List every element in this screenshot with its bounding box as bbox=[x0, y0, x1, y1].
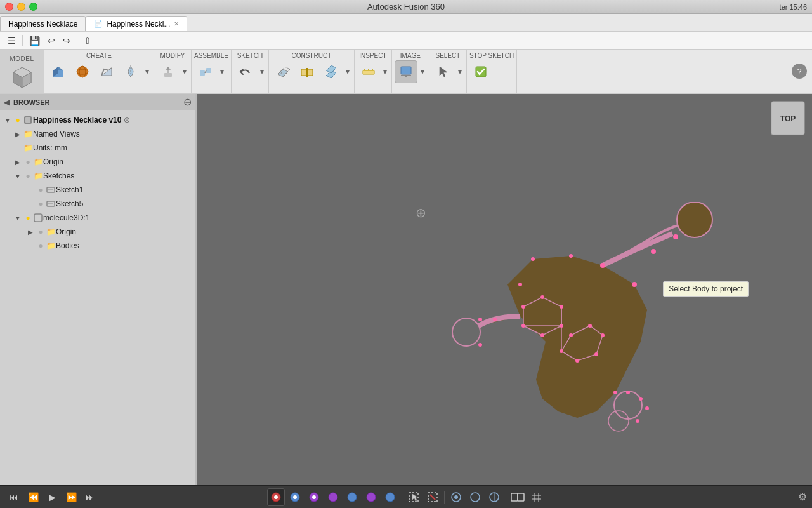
tree-item-bodies[interactable]: ▶ ● 📁 Bodies bbox=[0, 239, 195, 253]
tree-item-named-views[interactable]: ▶ 📁 Named Views bbox=[0, 127, 195, 141]
named-views-label: Named Views bbox=[33, 130, 80, 138]
circle-tool-3[interactable] bbox=[485, 488, 503, 506]
tree-item-origin[interactable]: ▶ ● 📁 Origin bbox=[0, 155, 195, 169]
joint-button[interactable] bbox=[194, 60, 217, 83]
toolbar-create: CREATE bbox=[44, 50, 154, 93]
tab-close-icon[interactable]: ✕ bbox=[174, 20, 179, 27]
canvas-button[interactable] bbox=[395, 60, 417, 83]
viewport[interactable]: ⊕ bbox=[197, 94, 812, 485]
tree-item-units[interactable]: ▶ 📁 Units: mm bbox=[0, 141, 195, 155]
tree-item-root[interactable]: ▼ ● Happiness Necklace v10 ⊙ bbox=[0, 113, 195, 127]
tab-2[interactable]: 📄 Happiness Neckl... ✕ bbox=[86, 16, 187, 31]
tree-item-sketch1[interactable]: ▶ ● Sketch1 bbox=[0, 183, 195, 197]
midplane-button[interactable] bbox=[296, 60, 318, 83]
circle-tool-2[interactable] bbox=[466, 488, 484, 506]
window-controls[interactable] bbox=[5, 3, 37, 11]
measure-button[interactable] bbox=[357, 60, 380, 83]
share-button[interactable]: ⇧ bbox=[81, 34, 94, 47]
named-views-expand[interactable]: ▶ bbox=[13, 129, 23, 139]
tool5-icon bbox=[346, 491, 358, 503]
modify-expand[interactable]: ▾ bbox=[181, 67, 188, 76]
root-expand[interactable]: ▼ bbox=[3, 115, 13, 125]
play-last-button[interactable]: ⏭ bbox=[81, 488, 99, 506]
tool-3[interactable] bbox=[305, 488, 323, 506]
status-bar: ⏮ ⏪ ▶ ⏩ ⏭ bbox=[0, 485, 812, 508]
tool-6[interactable] bbox=[362, 488, 380, 506]
play-button[interactable]: ▶ bbox=[43, 488, 61, 506]
tree-item-sketch5[interactable]: ▶ ● Sketch5 bbox=[0, 197, 195, 211]
browser-menu-icon[interactable]: ⊖ bbox=[183, 96, 192, 108]
animate-button[interactable] bbox=[267, 488, 285, 506]
browser-title: BROWSER bbox=[13, 98, 49, 106]
sphere-button[interactable] bbox=[71, 60, 94, 83]
molecule3d-expand[interactable]: ▼ bbox=[13, 213, 23, 223]
tab-add-button[interactable]: + bbox=[187, 16, 202, 31]
redo-button[interactable]: ↪ bbox=[60, 34, 73, 47]
maximize-button[interactable] bbox=[29, 3, 37, 11]
grid-button[interactable] bbox=[528, 488, 546, 506]
root-component-icon bbox=[23, 115, 33, 125]
tool-7[interactable] bbox=[381, 488, 399, 506]
construct-plane-button[interactable] bbox=[320, 60, 343, 83]
molecule-shape bbox=[431, 202, 736, 481]
undo-button[interactable]: ↩ bbox=[45, 34, 58, 47]
assemble-expand[interactable]: ▾ bbox=[218, 67, 226, 76]
origin-expand[interactable]: ▶ bbox=[13, 157, 23, 167]
select-button[interactable] bbox=[432, 60, 455, 83]
inspect-expand[interactable]: ▾ bbox=[381, 67, 389, 76]
help-button[interactable]: ? bbox=[792, 64, 807, 79]
construct-expand[interactable]: ▾ bbox=[344, 67, 351, 76]
minimize-button[interactable] bbox=[17, 3, 25, 11]
molecule3d-light-icon: ● bbox=[23, 213, 33, 223]
sketch-undo-icon bbox=[238, 64, 253, 79]
play-next-button[interactable]: ⏩ bbox=[62, 488, 80, 506]
svg-point-49 bbox=[521, 324, 525, 328]
press-pull-button[interactable] bbox=[157, 60, 180, 83]
sketch1-icon bbox=[46, 185, 56, 195]
svg-point-70 bbox=[493, 318, 497, 321]
image-expand[interactable]: ▾ bbox=[419, 67, 426, 76]
menu-button[interactable]: ☰ bbox=[5, 34, 18, 47]
tool-4[interactable] bbox=[324, 488, 342, 506]
toolbar-construct: CONSTRUCT bbox=[269, 50, 355, 93]
browser-toggle-arrow[interactable]: ◀ bbox=[4, 98, 10, 107]
grid-icon bbox=[531, 491, 542, 503]
svg-point-88 bbox=[471, 493, 480, 502]
status-sep-2 bbox=[444, 491, 445, 504]
svg-line-16 bbox=[205, 70, 206, 73]
create-expand[interactable]: ▾ bbox=[143, 67, 151, 76]
status-sep-1 bbox=[402, 491, 402, 504]
surface-button[interactable] bbox=[95, 60, 118, 83]
tool-5[interactable] bbox=[343, 488, 361, 506]
view-cube[interactable]: TOP bbox=[769, 99, 807, 137]
sketch-expand[interactable]: ▾ bbox=[258, 67, 266, 76]
revolve-button[interactable] bbox=[119, 60, 142, 83]
modify-label: MODIFY bbox=[157, 52, 188, 59]
circle-tool3-icon bbox=[488, 491, 500, 503]
circle-tool-1[interactable] bbox=[447, 488, 465, 506]
svg-marker-29 bbox=[440, 67, 447, 77]
tab-1[interactable]: Happiness Necklace bbox=[0, 16, 86, 31]
select-mode-button[interactable] bbox=[405, 488, 422, 506]
extrude-button[interactable] bbox=[47, 60, 70, 83]
svg-point-50 bbox=[521, 305, 525, 309]
sketches-expand[interactable]: ▼ bbox=[13, 171, 23, 181]
title-bar: Autodesk Fusion 360 ter 15:46 bbox=[0, 0, 812, 14]
stop-sketch-button[interactable] bbox=[469, 60, 492, 83]
tree-item-molecule3d[interactable]: ▼ ● molecule3D:1 bbox=[0, 211, 195, 225]
settings-button[interactable]: ⚙ bbox=[798, 491, 807, 503]
tool-2[interactable] bbox=[286, 488, 304, 506]
select-expand[interactable]: ▾ bbox=[456, 67, 464, 76]
tree-item-sketches[interactable]: ▼ ● 📁 Sketches bbox=[0, 169, 195, 183]
play-first-button[interactable]: ⏮ bbox=[5, 488, 23, 506]
deselect-button[interactable] bbox=[424, 488, 442, 506]
play-prev-button[interactable]: ⏪ bbox=[24, 488, 42, 506]
sketch-undo-button[interactable] bbox=[234, 60, 257, 83]
close-button[interactable] bbox=[5, 3, 13, 11]
save-button[interactable]: 💾 bbox=[27, 34, 43, 47]
model-cube[interactable] bbox=[11, 65, 34, 88]
offset-plane-button[interactable] bbox=[272, 60, 294, 83]
tree-item-origin2[interactable]: ▶ ● 📁 Origin bbox=[0, 225, 195, 239]
origin2-expand[interactable]: ▶ bbox=[25, 227, 36, 237]
body-combo-button[interactable] bbox=[509, 488, 527, 506]
